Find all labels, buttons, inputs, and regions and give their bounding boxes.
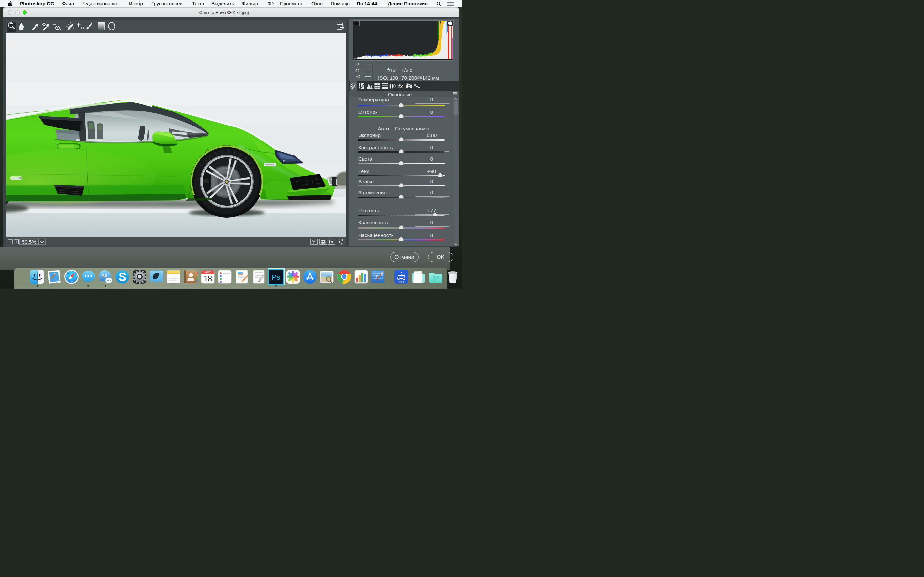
svg-text:АПР.: АПР. [205,271,210,274]
svg-text:Ps: Ps [272,273,280,281]
svg-text:18: 18 [203,274,212,283]
svg-text:fx: fx [398,83,403,89]
svg-text:50,5%: 50,5% [22,239,36,245]
svg-text:PS4: PS4 [399,280,404,283]
svg-text:ВК: ВК [102,274,107,279]
